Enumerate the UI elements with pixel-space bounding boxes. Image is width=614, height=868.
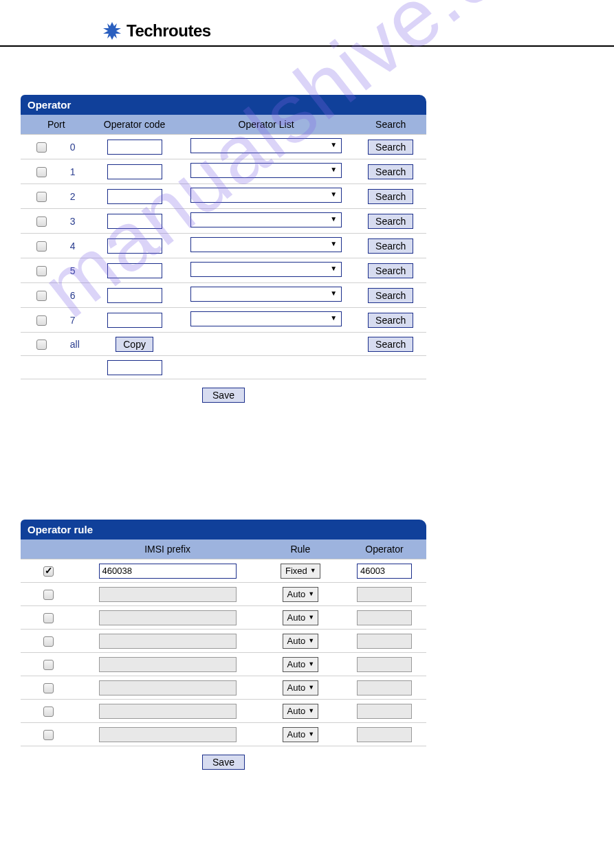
port-all-checkbox[interactable] [36,340,47,350]
operator-row: 4Search [21,234,426,258]
operator-save-button[interactable]: Save [202,388,245,403]
search-button[interactable]: Search [368,189,413,204]
col-list: Operator List [177,115,355,135]
search-button[interactable]: Search [368,164,413,179]
port-number: 5 [70,265,84,276]
rule-checkbox[interactable] [43,730,54,740]
col-imsi: IMSI prefix [76,539,258,559]
operator-row: 5Search [21,258,426,283]
rule-checkbox[interactable] [43,613,54,623]
rule-checkbox[interactable] [43,683,54,693]
port-number: 4 [70,241,84,252]
rule-checkbox[interactable] [43,706,54,717]
imsi-prefix-input[interactable] [99,704,237,719]
port-checkbox[interactable] [36,315,47,326]
rule-row: Fixed [21,559,426,583]
rule-checkbox[interactable] [43,636,54,647]
operator-row: 0Search [21,135,426,159]
rule-save-button[interactable]: Save [202,755,245,770]
operator-code-input[interactable] [107,164,162,179]
operator-list-select[interactable] [190,188,342,203]
imsi-prefix-input[interactable] [99,610,237,625]
rule-checkbox[interactable] [43,590,54,600]
port-number: 7 [70,315,84,326]
rule-select[interactable]: Auto [283,727,319,742]
rule-row: Auto [21,583,426,606]
operator-list-select[interactable] [190,212,342,227]
port-checkbox[interactable] [36,266,47,276]
operator-code-input[interactable] [107,238,162,254]
operator-extra-input[interactable] [107,360,162,375]
rule-checkbox[interactable] [43,566,54,577]
rule-row: Auto [21,700,426,723]
port-checkbox[interactable] [36,192,47,202]
operator-row: 2Search [21,184,426,209]
operator-code-input[interactable] [107,214,162,229]
operator-list-select[interactable] [190,262,342,277]
rule-operator-input[interactable] [357,704,412,719]
col-rule: Rule [259,539,342,559]
imsi-prefix-input[interactable] [99,564,237,579]
rule-select[interactable]: Fixed [281,564,320,579]
rule-select[interactable]: Auto [283,680,319,695]
search-button[interactable]: Search [368,263,413,278]
operator-row: 1Search [21,159,426,184]
search-button[interactable]: Search [368,288,413,303]
operator-code-input[interactable] [107,140,162,155]
rule-operator-input[interactable] [357,610,412,625]
rule-operator-input[interactable] [357,657,412,672]
search-button[interactable]: Search [368,214,413,229]
rule-select[interactable]: Auto [283,634,319,649]
port-checkbox[interactable] [36,241,47,252]
brand-icon [102,21,122,41]
rule-checkbox[interactable] [43,660,54,670]
operator-code-input[interactable] [107,313,162,328]
port-number: 6 [70,290,84,301]
port-checkbox[interactable] [36,167,47,177]
port-checkbox[interactable] [36,291,47,301]
rule-operator-input[interactable] [357,727,412,742]
operator-list-select[interactable] [190,163,342,178]
rule-select[interactable]: Auto [283,704,319,719]
operator-rule-panel-title: Operator rule [21,520,426,539]
rule-operator-input[interactable] [357,634,412,649]
imsi-prefix-input[interactable] [99,634,237,649]
rule-operator-input[interactable] [357,680,412,695]
rule-row: Auto [21,676,426,700]
operator-list-select[interactable] [190,311,342,326]
operator-code-input[interactable] [107,189,162,204]
col-port: Port [21,115,92,135]
col-blank [21,539,76,559]
imsi-prefix-input[interactable] [99,657,237,672]
col-search: Search [355,115,426,135]
rule-select[interactable]: Auto [283,587,319,602]
rule-select[interactable]: Auto [283,610,319,625]
search-button[interactable]: Search [368,313,413,328]
operator-code-input[interactable] [107,263,162,278]
search-all-button[interactable]: Search [368,337,413,352]
operator-table: Port Operator code Operator List Search … [21,115,426,379]
imsi-prefix-input[interactable] [99,587,237,602]
operator-list-select[interactable] [190,138,342,153]
brand-name: Techroutes [127,21,211,41]
imsi-prefix-input[interactable] [99,727,237,742]
rule-operator-input[interactable] [357,564,412,579]
operator-extra-row [21,356,426,379]
col-operator: Operator [342,539,426,559]
search-button[interactable]: Search [368,140,413,155]
rule-row: Auto [21,630,426,653]
imsi-prefix-input[interactable] [99,680,237,695]
rule-select[interactable]: Auto [283,657,319,672]
port-checkbox[interactable] [36,216,47,227]
rule-operator-input[interactable] [357,587,412,602]
port-all-label: all [70,339,84,350]
port-checkbox[interactable] [36,142,47,153]
operator-rule-table: IMSI prefix Rule Operator FixedAutoAutoA… [21,539,426,746]
search-button[interactable]: Search [368,238,413,254]
operator-code-input[interactable] [107,288,162,303]
col-code: Operator code [92,115,177,135]
page-header: Techroutes [0,0,614,47]
operator-list-select[interactable] [190,287,342,302]
copy-button[interactable]: Copy [116,337,153,352]
operator-list-select[interactable] [190,237,342,252]
